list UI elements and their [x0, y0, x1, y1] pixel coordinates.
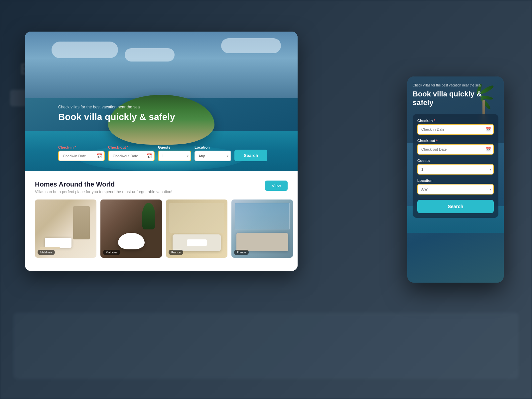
- mobile-checkin-field: Check-in * 📅: [417, 119, 494, 135]
- checkin-calendar-icon: 📅: [96, 153, 102, 159]
- homes-section: Homes Around the World Villas can be a p…: [25, 171, 298, 267]
- checkin-field: Check-in * 📅: [58, 145, 105, 161]
- mobile-checkout-label: Check-out *: [417, 139, 494, 143]
- mobile-checkin-calendar-icon: 📅: [486, 127, 491, 132]
- location-label: Location: [195, 145, 231, 149]
- mobile-title: Book villa quickly & safely: [413, 90, 498, 107]
- guests-field: Guests 1 2 3 4 5+ ▾: [158, 145, 191, 161]
- sky-bg: [25, 32, 298, 98]
- desktop-search-button[interactable]: Search: [234, 150, 267, 161]
- floor-decoration: [40, 247, 60, 249]
- property-img-4: [231, 200, 293, 258]
- guests-select-wrapper: 1 2 3 4 5+ ▾: [158, 151, 191, 161]
- window-decoration: [235, 203, 290, 229]
- mobile-location-select[interactable]: Any Maldives France Italy Spain: [417, 184, 494, 195]
- mobile-subtitle: Check villas for the best vacation near …: [413, 83, 498, 88]
- property-img-3: [166, 200, 227, 258]
- mobile-checkout-wrapper: 📅: [417, 144, 494, 155]
- mobile-guests-select-wrapper: 1 2 3 4 5+ ▾: [417, 164, 494, 175]
- checkout-label: Check-out *: [108, 145, 155, 149]
- property-card-4[interactable]: France: [231, 200, 293, 258]
- mobile-checkout-calendar-icon: 📅: [486, 147, 491, 152]
- bg-property-blur: [13, 313, 519, 379]
- location-badge-3: France: [169, 250, 183, 255]
- homes-subtitle: Villas can be a perfect place for you to…: [35, 190, 172, 194]
- mobile-location-select-wrapper: Any Maldives France Italy Spain ▾: [417, 184, 494, 195]
- checkin-input-wrapper: 📅: [58, 151, 105, 161]
- bed-decoration: [236, 233, 288, 251]
- location-select-wrapper: Any Maldives France Italy Spain ▾: [195, 151, 231, 161]
- homes-title: Homes Around the World: [35, 181, 172, 188]
- location-badge-1: Maldives: [38, 250, 55, 255]
- guests-select[interactable]: 1 2 3 4 5+: [158, 151, 191, 161]
- plant-decoration: [142, 203, 155, 229]
- mobile-card: Check villas for the best vacation near …: [407, 76, 504, 283]
- property-card-2[interactable]: Maldives: [100, 200, 162, 258]
- hero-subtitle: Check villas for the best vacation near …: [58, 105, 175, 109]
- guests-label: Guests: [158, 145, 191, 149]
- property-card-3[interactable]: France: [166, 200, 227, 258]
- checkout-field: Check-out * 📅: [108, 145, 155, 161]
- mobile-guests-select[interactable]: 1 2 3 4 5+: [417, 164, 494, 175]
- hero-title: Book villa quickly & safely: [58, 111, 175, 123]
- property-card-1[interactable]: Maldives: [35, 200, 96, 258]
- shelf-decoration: [73, 206, 90, 239]
- location-badge-4: France: [234, 250, 249, 255]
- property-img-1: [35, 200, 96, 258]
- mobile-location-label: Location: [417, 179, 494, 183]
- homes-header-text: Homes Around the World Villas can be a p…: [35, 181, 172, 194]
- hero-text: Check villas for the best vacation near …: [58, 105, 175, 123]
- property-grid: Maldives Maldives France: [35, 200, 288, 258]
- mobile-checkin-wrapper: 📅: [417, 124, 494, 135]
- table-decoration: [187, 239, 207, 246]
- checkin-label: Check-in *: [58, 145, 105, 149]
- location-select[interactable]: Any Maldives France Italy Spain: [195, 151, 231, 161]
- hero-section: Check villas for the best vacation near …: [25, 32, 298, 171]
- cloud-1: [52, 42, 118, 58]
- property-img-2: [100, 200, 162, 258]
- cloud-2: [125, 48, 175, 62]
- cloud-3: [221, 38, 281, 53]
- view-all-button[interactable]: View: [265, 181, 288, 191]
- hero-search-bar: Check-in * 📅 Check-out * 📅: [58, 145, 291, 161]
- mobile-checkin-label: Check-in *: [417, 119, 494, 123]
- homes-header: Homes Around the World Villas can be a p…: [35, 181, 288, 194]
- mobile-location-field: Location Any Maldives France Italy Spain…: [417, 179, 494, 195]
- checkout-input-wrapper: 📅: [108, 151, 155, 161]
- mobile-guests-field: Guests 1 2 3 4 5+ ▾: [417, 159, 494, 175]
- mobile-form: Check-in * 📅 Check-out * 📅 Gues: [413, 114, 498, 218]
- mobile-search-button[interactable]: Search: [417, 200, 494, 213]
- window-bg: [169, 203, 224, 233]
- mobile-content: Check villas for the best vacation near …: [407, 76, 504, 283]
- mobile-checkout-input[interactable]: [417, 144, 494, 155]
- location-badge-2: Maldives: [103, 250, 120, 255]
- location-field: Location Any Maldives France Italy Spain…: [195, 145, 231, 161]
- mobile-checkout-field: Check-out * 📅: [417, 139, 494, 155]
- tub-decoration: [118, 233, 145, 249]
- mobile-checkin-input[interactable]: [417, 124, 494, 135]
- sink-decoration: [45, 238, 71, 248]
- mobile-guests-label: Guests: [417, 159, 494, 163]
- desktop-card: Check villas for the best vacation near …: [25, 32, 298, 271]
- checkout-calendar-icon: 📅: [146, 153, 152, 159]
